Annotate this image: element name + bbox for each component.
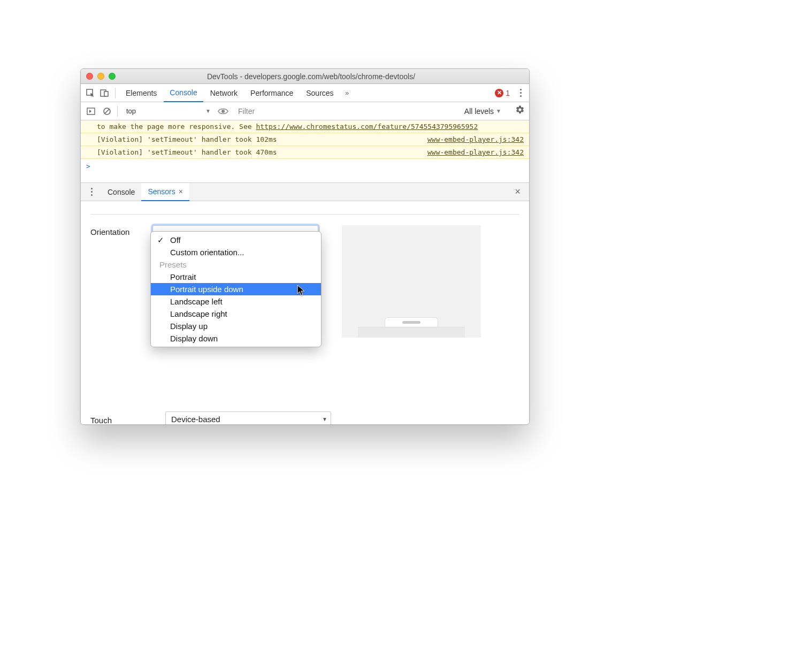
- drawer-tab-sensors[interactable]: Sensors ×: [141, 183, 189, 201]
- source-link[interactable]: www-embed-player.js:342: [427, 135, 524, 143]
- tab-console[interactable]: Console: [164, 84, 203, 102]
- toggle-sidebar-icon[interactable]: [85, 105, 97, 117]
- error-icon: ✕: [495, 89, 503, 97]
- svg-rect-2: [104, 91, 108, 96]
- console-prompt[interactable]: >: [81, 159, 529, 173]
- orientation-option-display-down[interactable]: Display down: [151, 332, 321, 345]
- close-drawer-icon[interactable]: ×: [509, 186, 526, 197]
- svg-point-6: [221, 110, 225, 113]
- clear-console-icon[interactable]: [101, 105, 113, 117]
- svg-line-5: [105, 109, 109, 113]
- tab-network[interactable]: Network: [204, 84, 243, 102]
- orientation-option-display-up[interactable]: Display up: [151, 320, 321, 332]
- orientation-option-portrait[interactable]: Portrait: [151, 271, 321, 283]
- console-warning-row: [Violation] 'setTimeout' handler took 10…: [81, 133, 529, 146]
- window-title: DevTools - developers.google.com/web/too…: [98, 72, 524, 81]
- orientation-preview: [342, 225, 481, 338]
- orientation-label: Orientation: [90, 225, 140, 236]
- touch-label: Touch: [90, 414, 140, 425]
- tab-sources[interactable]: Sources: [300, 84, 339, 102]
- dropdown-caret-icon: ▼: [322, 416, 327, 422]
- main-tabbar: Elements Console Network Performance Sou…: [81, 84, 529, 102]
- live-expression-icon[interactable]: [217, 105, 229, 117]
- orientation-option-custom[interactable]: Custom orientation...: [151, 246, 321, 258]
- close-tab-icon[interactable]: ×: [179, 187, 183, 196]
- console-output: to make the page more responsive. See ht…: [81, 120, 529, 173]
- drawer-splitter[interactable]: [81, 173, 529, 183]
- console-settings-icon[interactable]: [515, 105, 525, 117]
- tab-elements[interactable]: Elements: [120, 84, 163, 102]
- dropdown-caret-icon: ▼: [205, 108, 211, 114]
- drawer-menu-icon[interactable]: [86, 188, 97, 196]
- feature-link[interactable]: https://www.chromestatus.com/feature/574…: [256, 123, 478, 131]
- orientation-option-portrait-upside-down[interactable]: Portrait upside down: [151, 283, 321, 295]
- orientation-option-landscape-left[interactable]: Landscape left: [151, 295, 321, 308]
- sensors-panel: Orientation ▼ Off Custom orientation... …: [81, 201, 529, 424]
- drawer-tab-console[interactable]: Console: [101, 183, 141, 201]
- close-window-button[interactable]: [86, 73, 93, 80]
- orientation-group-label: Presets: [151, 258, 321, 271]
- inspect-element-icon[interactable]: [84, 87, 97, 100]
- more-tabs-icon[interactable]: »: [341, 87, 354, 100]
- error-badge[interactable]: ✕ 1: [495, 89, 510, 97]
- drawer-tabbar: Console Sensors × ×: [81, 183, 529, 201]
- main-menu-icon[interactable]: [515, 89, 526, 97]
- dropdown-caret-icon: ▼: [496, 108, 501, 114]
- console-warning-row: [Violation] 'setTimeout' handler took 47…: [81, 146, 529, 159]
- error-count: 1: [506, 89, 510, 97]
- context-value: top: [126, 107, 136, 115]
- console-toolbar: top ▼ All levels ▼: [81, 102, 529, 120]
- orientation-option-off[interactable]: Off: [151, 234, 321, 246]
- violation-message: [Violation] 'setTimeout' handler took 10…: [97, 135, 421, 143]
- orientation-option-landscape-right[interactable]: Landscape right: [151, 308, 321, 320]
- orientation-dropdown: Off Custom orientation... Presets Portra…: [150, 231, 322, 347]
- log-levels-selector[interactable]: All levels ▼: [464, 107, 501, 116]
- device-toolbar-icon[interactable]: [98, 87, 111, 100]
- violation-message: [Violation] 'setTimeout' handler took 47…: [97, 148, 421, 156]
- touch-value: Device-based: [171, 415, 220, 424]
- levels-label: All levels: [464, 107, 494, 116]
- device-top-icon: [385, 317, 438, 327]
- touch-select[interactable]: Device-based ▼: [165, 411, 331, 425]
- source-link[interactable]: www-embed-player.js:342: [427, 148, 524, 156]
- context-selector[interactable]: top ▼: [122, 105, 213, 117]
- touch-row: Touch Device-based ▼: [90, 411, 331, 425]
- tab-performance[interactable]: Performance: [244, 84, 299, 102]
- titlebar: DevTools - developers.google.com/web/too…: [81, 69, 529, 84]
- devtools-window: DevTools - developers.google.com/web/too…: [80, 68, 530, 425]
- console-warning-row: to make the page more responsive. See ht…: [81, 120, 529, 133]
- filter-input[interactable]: [233, 105, 340, 118]
- cursor-icon: [297, 285, 305, 296]
